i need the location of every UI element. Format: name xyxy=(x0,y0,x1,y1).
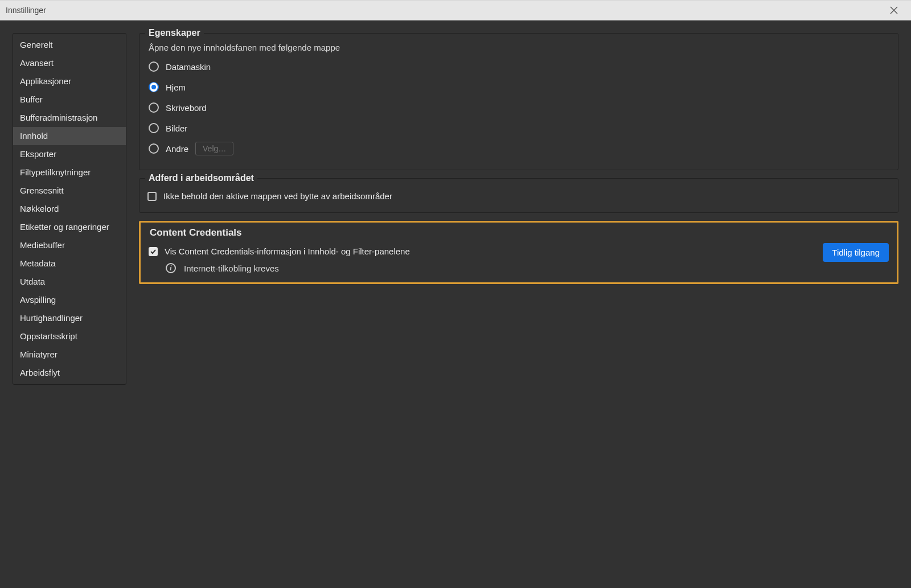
sidebar-item-metadata[interactable]: Metadata xyxy=(13,254,126,273)
properties-group: Egenskaper Åpne den nye innholdsfanen me… xyxy=(139,33,898,170)
sidebar-item-applikasjoner[interactable]: Applikasjoner xyxy=(13,72,126,91)
radio-hjem[interactable] xyxy=(149,82,159,92)
early-access-button[interactable]: Tidlig tilgang xyxy=(823,243,889,262)
radio-bilder[interactable] xyxy=(149,123,159,133)
sidebar-item-grensesnitt[interactable]: Grensesnitt xyxy=(13,182,126,200)
sidebar-item-avansert[interactable]: Avansert xyxy=(13,54,126,72)
content-credentials-group: Content Credentials Vis Content Credenti… xyxy=(139,221,898,284)
choose-folder-button[interactable]: Velg… xyxy=(195,142,233,155)
titlebar: Innstillinger xyxy=(0,0,911,20)
sidebar-item-innhold[interactable]: Innhold xyxy=(13,127,126,145)
keep-folder-label[interactable]: Ikke behold den aktive mappen ved bytte … xyxy=(163,191,392,201)
show-cc-info-checkbox[interactable] xyxy=(149,247,158,256)
sidebar-item-generelt[interactable]: Generelt xyxy=(13,36,126,54)
radio-label-datamaskin[interactable]: Datamaskin xyxy=(166,62,211,72)
sidebar-item-bufferadministrasjon[interactable]: Bufferadministrasjon xyxy=(13,109,126,127)
properties-legend: Egenskaper xyxy=(145,28,204,38)
content-credentials-legend: Content Credentials xyxy=(146,227,245,239)
radio-andre[interactable] xyxy=(149,143,159,154)
radio-label-hjem[interactable]: Hjem xyxy=(166,83,186,92)
radio-skrivebord[interactable] xyxy=(149,102,159,113)
properties-description: Åpne den nye innholdsfanen med følgende … xyxy=(149,43,890,52)
sidebar-item-buffer[interactable]: Buffer xyxy=(13,91,126,109)
cc-info-note: Internett-tilkobling kreves xyxy=(184,264,279,273)
info-icon: i xyxy=(166,263,176,273)
workspace-legend: Adferd i arbeidsområdet xyxy=(145,173,257,183)
checkmark-icon xyxy=(150,248,157,255)
sidebar-item-eksporter[interactable]: Eksporter xyxy=(13,145,126,163)
sidebar-item-avspilling[interactable]: Avspilling xyxy=(13,291,126,309)
preferences-sidebar: GenereltAvansertApplikasjonerBufferBuffe… xyxy=(13,33,126,385)
close-icon xyxy=(890,6,898,14)
show-cc-info-label[interactable]: Vis Content Credentials-informasjon i In… xyxy=(165,246,410,256)
workspace-group: Adferd i arbeidsområdet Ikke behold den … xyxy=(139,178,898,213)
sidebar-item-etiketter-og-rangeringer[interactable]: Etiketter og rangeringer xyxy=(13,218,126,236)
sidebar-item-utdata[interactable]: Utdata xyxy=(13,273,126,291)
keep-folder-checkbox[interactable] xyxy=(147,192,157,201)
sidebar-item-miniatyrer[interactable]: Miniatyrer xyxy=(13,346,126,364)
sidebar-item-oppstartsskript[interactable]: Oppstartsskript xyxy=(13,327,126,346)
radio-datamaskin[interactable] xyxy=(149,61,159,72)
sidebar-item-filtypetilknytninger[interactable]: Filtypetilknytninger xyxy=(13,163,126,182)
sidebar-item-hurtighandlinger[interactable]: Hurtighandlinger xyxy=(13,309,126,327)
sidebar-item-nøkkelord[interactable]: Nøkkelord xyxy=(13,200,126,218)
sidebar-item-arbeidsflyt[interactable]: Arbeidsflyt xyxy=(13,364,126,382)
window-title: Innstillinger xyxy=(6,6,46,15)
radio-label-skrivebord[interactable]: Skrivebord xyxy=(166,103,207,113)
sidebar-item-mediebuffer[interactable]: Mediebuffer xyxy=(13,236,126,254)
radio-label-andre[interactable]: Andre xyxy=(166,144,188,154)
close-button[interactable] xyxy=(883,2,905,19)
radio-label-bilder[interactable]: Bilder xyxy=(166,124,187,133)
